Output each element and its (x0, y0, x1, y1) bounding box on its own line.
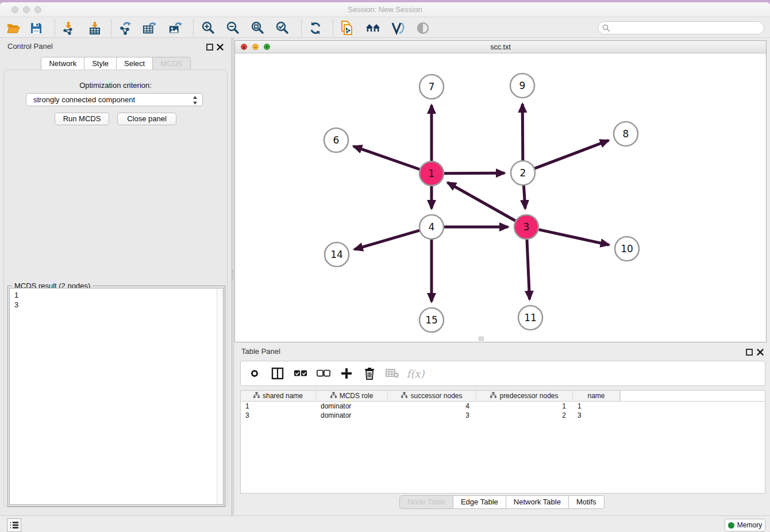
search-box[interactable] (598, 21, 764, 34)
column-header-shared-name[interactable]: shared name (241, 391, 316, 401)
delete-columns-icon[interactable] (363, 367, 376, 380)
graph-node-label-1: 1 (429, 168, 435, 179)
clone-network-icon[interactable] (340, 21, 355, 36)
hierarchy-icon (253, 392, 260, 400)
graph-edge-3-1[interactable] (448, 183, 515, 221)
graph-edge-2-9[interactable] (522, 104, 523, 160)
graph-node-label-6: 6 (333, 134, 340, 146)
mcds-panel: Optimization criterion: strongly connect… (3, 70, 228, 507)
toolbar-separator (333, 20, 333, 37)
graph-node-label-7: 7 (429, 81, 435, 92)
cell-predecessor-nodes[interactable]: 2 (476, 411, 573, 420)
column-header-name[interactable]: name (573, 391, 620, 401)
float-table-panel-icon[interactable] (746, 348, 753, 355)
cell-predecessor-nodes[interactable]: 1 (476, 402, 573, 411)
refresh-view-icon[interactable] (308, 21, 323, 36)
control-panel-tabs: NetworkStyleSelectMCDS (0, 57, 232, 71)
vizmapper-icon[interactable] (390, 21, 405, 36)
export-network-icon[interactable] (118, 21, 133, 36)
status-bar: Memory (0, 515, 770, 532)
zoom-out-icon[interactable] (225, 21, 240, 36)
tab-network-table[interactable]: Network Table (506, 495, 569, 509)
graph-node-label-11: 11 (524, 312, 537, 323)
search-input[interactable] (613, 24, 764, 32)
open-session-icon[interactable] (6, 21, 21, 36)
zoom-selected-icon[interactable] (275, 21, 290, 36)
table-options-icon[interactable] (248, 367, 261, 380)
mcds-result-text: 1 3 (14, 290, 18, 310)
save-session-icon[interactable] (29, 21, 44, 36)
cell-shared-name[interactable]: 3 (241, 411, 316, 420)
control-panel-title: Control Panel (7, 42, 53, 51)
export-image-icon[interactable] (168, 21, 183, 36)
column-header-label: predecessor nodes (499, 392, 558, 400)
function-builder-icon[interactable]: f(x) (409, 367, 422, 380)
cell-shared-name[interactable]: 1 (241, 402, 316, 411)
export-table-icon[interactable] (143, 21, 157, 36)
tab-node-table[interactable]: Node Table (399, 495, 453, 509)
graph-edge-2-8[interactable] (535, 140, 609, 168)
graph-edge-4-14[interactable] (355, 230, 419, 249)
toolbar-separator (55, 20, 55, 37)
cell-name[interactable]: 3 (573, 411, 620, 420)
mcds-result-textarea[interactable]: 1 3 (9, 288, 224, 505)
show-column-panel-icon[interactable] (271, 367, 284, 380)
task-history-button[interactable] (7, 518, 21, 532)
cell-MCDS-role[interactable]: dominator (316, 411, 388, 420)
float-panel-icon[interactable] (206, 43, 214, 50)
tab-style[interactable]: Style (84, 57, 117, 71)
canvas-scrollbar-thumb[interactable] (479, 337, 484, 341)
first-neighbors-icon[interactable] (365, 21, 380, 36)
hierarchy-icon (330, 392, 337, 400)
memory-label: Memory (737, 521, 762, 529)
criterion-dropdown[interactable]: strongly connected component (26, 93, 203, 106)
tab-mcds[interactable]: MCDS (153, 57, 190, 71)
zoom-fit-icon[interactable] (250, 21, 265, 36)
network-frame-titlebar[interactable]: x – + scc.txt (235, 41, 766, 53)
column-header-successor-nodes[interactable]: successor nodes (388, 391, 476, 401)
tab-edge-table[interactable]: Edge Table (453, 495, 506, 509)
cell-MCDS-role[interactable]: dominator (316, 402, 388, 411)
cell-name[interactable]: 1 (573, 402, 620, 411)
column-header-MCDS-role[interactable]: MCDS role (316, 391, 388, 401)
app-window: Session: New Session (0, 2, 770, 532)
column-header-predecessor-nodes[interactable]: predecessor nodes (476, 391, 573, 401)
unselect-all-columns-icon[interactable] (317, 367, 330, 380)
cell-successor-nodes[interactable]: 4 (388, 402, 476, 411)
close-table-panel-icon[interactable] (757, 348, 764, 355)
delete-table-icon[interactable] (386, 367, 399, 380)
column-header-label: successor nodes (410, 392, 462, 400)
select-all-columns-icon[interactable] (294, 367, 307, 380)
graph-edge-1-6[interactable] (353, 147, 419, 169)
show-hide-icon[interactable] (415, 21, 430, 36)
table-panel-titlebar: Table Panel (234, 345, 770, 358)
create-column-icon[interactable] (340, 367, 353, 380)
tab-motifs[interactable]: Motifs (569, 495, 605, 509)
graph-node-label-15: 15 (425, 314, 438, 326)
table-panel: Table Panel (234, 343, 770, 515)
graph-edge-3-10[interactable] (538, 230, 609, 245)
result-scrollbar[interactable] (217, 288, 223, 504)
network-canvas[interactable]: 7968124314101511 (235, 53, 766, 342)
tab-network[interactable]: Network (41, 57, 84, 71)
import-table-icon[interactable] (87, 21, 102, 36)
toolbar-separator (301, 20, 302, 37)
graph-edge-2-3[interactable] (523, 186, 525, 209)
run-mcds-button[interactable]: Run MCDS (55, 113, 109, 125)
graph-edge-3-11[interactable] (527, 240, 530, 299)
zoom-in-icon[interactable] (201, 21, 215, 36)
import-network-icon[interactable] (61, 21, 76, 36)
tab-select[interactable]: Select (117, 57, 153, 71)
table-row[interactable]: 1dominator411 (241, 402, 765, 411)
window-titlebar: Session: New Session (0, 2, 770, 17)
graph-node-label-10: 10 (621, 243, 633, 255)
main-toolbar (0, 17, 770, 38)
table-row[interactable]: 3dominator323 (241, 411, 765, 420)
close-panel-button[interactable]: Close panel (117, 113, 176, 125)
close-panel-icon[interactable] (217, 43, 224, 50)
node-table: shared nameMCDS rolesuccessor nodesprede… (240, 390, 765, 494)
graph-edge-1-2[interactable] (444, 173, 505, 174)
cell-successor-nodes[interactable]: 3 (388, 411, 476, 420)
graph: 7968124314101511 (235, 53, 766, 342)
memory-button[interactable]: Memory (725, 519, 765, 531)
